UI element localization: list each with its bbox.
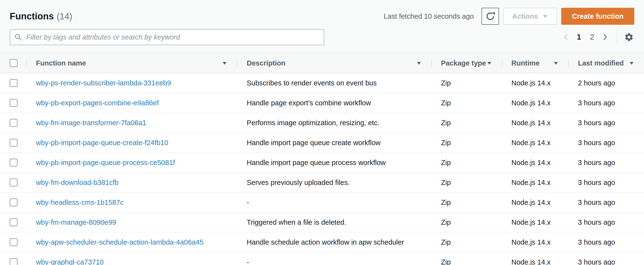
function-name-link[interactable]: wby-headless-cms-1b1587c — [36, 199, 124, 207]
sort-icon[interactable] — [553, 61, 558, 65]
column-label: Package type — [441, 59, 486, 67]
function-name-cell: wby-graphql-ca73710 — [26, 252, 237, 265]
sort-icon[interactable] — [487, 61, 492, 65]
description-cell: Serves previously uploaded files. — [237, 173, 431, 192]
package-type-cell: Zip — [431, 233, 502, 252]
chevron-right-icon — [602, 33, 609, 41]
runtime-cell: Node.js 14.x — [502, 233, 568, 252]
row-select-cell — [0, 73, 26, 93]
gear-icon — [624, 32, 634, 42]
column-label: Runtime — [512, 59, 540, 67]
search-icon — [14, 33, 22, 41]
actions-button[interactable]: Actions — [504, 8, 557, 25]
filter-input[interactable] — [10, 29, 324, 45]
sort-icon[interactable] — [629, 61, 634, 65]
function-name-cell: wby-headless-cms-1b1587c — [26, 193, 237, 212]
function-name-link[interactable]: wby-graphql-ca73710 — [36, 258, 104, 265]
last-modified-cell: 3 hours ago — [568, 153, 644, 172]
row-checkbox[interactable] — [10, 79, 18, 87]
sort-icon[interactable] — [416, 61, 422, 65]
create-function-button[interactable]: Create function — [561, 8, 634, 25]
column-header-description[interactable]: Description — [237, 53, 431, 73]
description-cell: Triggered when a file is deleted. — [237, 213, 431, 232]
function-name-cell: wby-pb-import-page-queue-process-ce5081f — [26, 153, 237, 172]
next-page-button[interactable] — [600, 31, 610, 43]
row-checkbox[interactable] — [10, 99, 18, 107]
table-row: wby-headless-cms-1b1587c - Zip Node.js 1… — [0, 193, 644, 213]
preferences-button[interactable] — [624, 31, 634, 43]
row-checkbox[interactable] — [10, 199, 18, 206]
function-name-link[interactable]: wby-ps-render-subscriber-lambda-331eeb9 — [36, 79, 171, 87]
chevron-left-icon — [562, 33, 570, 41]
select-all-checkbox[interactable] — [10, 59, 18, 67]
function-name-cell: wby-apw-scheduler-schedule-action-lambda… — [26, 233, 237, 252]
last-modified-cell: 2 hours ago — [568, 73, 644, 93]
table-row: wby-pb-export-pages-combine-e9a86ef Hand… — [0, 93, 644, 113]
table-row: wby-pb-import-page-queue-process-ce5081f… — [0, 153, 644, 173]
runtime-cell: Node.js 14.x — [502, 113, 568, 132]
column-header-runtime[interactable]: Runtime — [502, 53, 568, 73]
last-modified-cell: 3 hours ago — [568, 233, 644, 252]
row-checkbox[interactable] — [10, 119, 18, 127]
row-select-cell — [0, 93, 26, 113]
package-type-cell: Zip — [431, 73, 502, 93]
refresh-button[interactable] — [482, 8, 499, 25]
column-label: Function name — [36, 59, 86, 67]
row-checkbox[interactable] — [10, 179, 18, 186]
package-type-cell: Zip — [431, 93, 502, 113]
last-modified-cell: 3 hours ago — [568, 133, 644, 152]
pagination-divider — [617, 29, 617, 45]
functions-table: Function name Description Package type R… — [0, 53, 644, 265]
page-2-button[interactable]: 2 — [587, 31, 598, 43]
sort-icon[interactable] — [222, 61, 227, 65]
function-name-link[interactable]: wby-pb-import-page-queue-process-ce5081f — [36, 159, 175, 167]
description-cell: Subscribes to render events on event bus — [237, 73, 431, 93]
page-header: Functions (14) Last fetched 10 seconds a… — [0, 0, 644, 26]
runtime-cell: Node.js 14.x — [502, 93, 568, 113]
page-1-button[interactable]: 1 — [574, 31, 584, 43]
row-checkbox[interactable] — [10, 238, 18, 246]
function-name-link[interactable]: wby-pb-export-pages-combine-e9a86ef — [36, 99, 159, 107]
page-title-text: Functions — [10, 11, 54, 21]
row-checkbox[interactable] — [10, 159, 18, 167]
column-header-package-type[interactable]: Package type — [431, 53, 502, 73]
package-type-cell: Zip — [431, 113, 502, 132]
last-modified-cell: 3 hours ago — [568, 213, 644, 232]
previous-page-button[interactable] — [560, 31, 571, 43]
table-header-row: Function name Description Package type R… — [0, 53, 644, 73]
row-checkbox[interactable] — [10, 218, 18, 226]
description-cell: Handle page export's combine workflow — [237, 93, 431, 113]
function-name-cell: wby-fm-download-b381cfb — [26, 173, 237, 192]
column-header-last-modified[interactable]: Last modified — [568, 53, 644, 73]
search-box — [10, 29, 324, 45]
description-cell: - — [237, 193, 431, 212]
toolbar: 1 2 — [0, 29, 644, 45]
last-modified-cell: 3 hours ago — [568, 173, 644, 192]
table-row: wby-graphql-ca73710 - Zip Node.js 14.x 3… — [0, 252, 644, 265]
table-row: wby-fm-download-b381cfb Serves previousl… — [0, 173, 644, 193]
function-name-cell: wby-pb-export-pages-combine-e9a86ef — [26, 93, 237, 113]
runtime-cell: Node.js 14.x — [502, 213, 568, 232]
last-modified-cell: 3 hours ago — [568, 93, 644, 113]
runtime-cell: Node.js 14.x — [502, 153, 568, 172]
row-checkbox[interactable] — [10, 139, 18, 147]
function-name-link[interactable]: wby-fm-download-b381cfb — [36, 179, 118, 187]
function-name-link[interactable]: wby-pb-import-page-queue-create-f24fb10 — [36, 139, 168, 147]
caret-down-icon — [542, 14, 548, 18]
description-cell: Handle import page queue create workflow — [237, 133, 431, 152]
function-name-link[interactable]: wby-fm-image-transformer-7fa06a1 — [36, 119, 146, 127]
function-name-link[interactable]: wby-apw-scheduler-schedule-action-lambda… — [36, 238, 204, 246]
table-row: wby-fm-manage-8090e99 Triggered when a f… — [0, 213, 644, 233]
column-header-function-name[interactable]: Function name — [26, 53, 237, 73]
row-select-cell — [0, 173, 26, 192]
package-type-cell: Zip — [431, 252, 502, 265]
function-name-cell: wby-ps-render-subscriber-lambda-331eeb9 — [26, 73, 237, 93]
last-modified-cell: 3 hours ago — [568, 252, 644, 265]
row-checkbox[interactable] — [10, 258, 18, 265]
function-name-link[interactable]: wby-fm-manage-8090e99 — [36, 218, 116, 227]
description-cell: Handle import page queue process workflo… — [237, 153, 431, 172]
pagination: 1 2 — [560, 29, 634, 45]
function-name-cell: wby-fm-image-transformer-7fa06a1 — [26, 113, 237, 132]
row-select-cell — [0, 252, 26, 265]
select-all-cell — [0, 53, 26, 73]
